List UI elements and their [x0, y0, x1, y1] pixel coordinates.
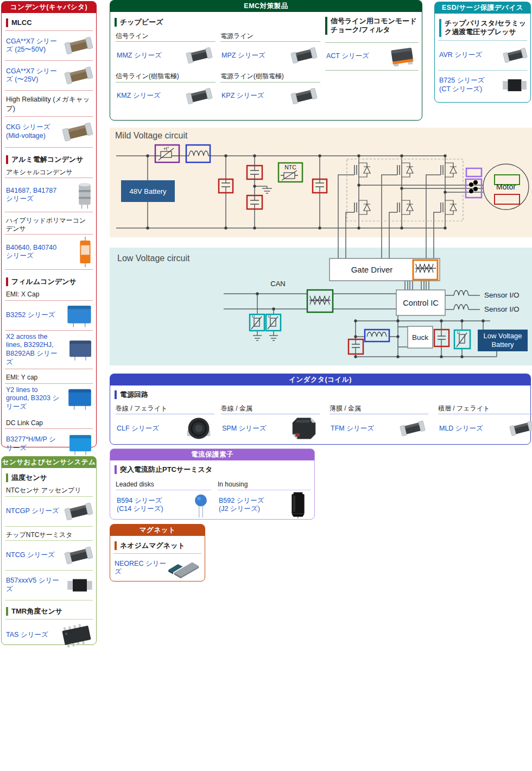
divider: [5, 269, 93, 270]
product-link[interactable]: KMZ シリーズ: [117, 92, 161, 100]
product-link[interactable]: MLD シリーズ: [439, 425, 483, 433]
product-mmz[interactable]: MMZ シリーズ: [116, 42, 216, 69]
product-y2-b3203[interactable]: Y2 lines to ground, B3203 シリーズ: [2, 385, 96, 413]
product-b41687[interactable]: B41687, B41787 シリーズ: [2, 179, 96, 211]
product-mpz[interactable]: MPZ シリーズ: [220, 42, 320, 69]
section-neodymium: ネオジムマグネット: [115, 541, 200, 550]
sensor-io-label: Sensor I/O: [484, 291, 520, 299]
low-voltage-battery-line1: Low Voltage: [484, 332, 522, 340]
mld-inductor-image: [509, 418, 532, 439]
low-voltage-battery-box[interactable]: Low Voltage Battery: [478, 330, 528, 351]
product-link[interactable]: X2 across the lines, B3292HJ, B8292AB シリ…: [6, 333, 62, 367]
product-link[interactable]: B594 シリーズ (C14 シリーズ): [117, 497, 176, 514]
tfm-inductor-image: [399, 418, 426, 439]
battery-48v-box[interactable]: 48V Battery: [121, 180, 175, 202]
motor-label: Motor: [496, 182, 516, 191]
bead-chip-image: [290, 44, 318, 67]
product-link[interactable]: MMZ シリーズ: [117, 52, 162, 60]
product-link[interactable]: KPZ シリーズ: [221, 92, 264, 100]
product-b57xxxv5[interactable]: B57xxxV5 シリーズ: [2, 572, 96, 599]
divider: [5, 496, 93, 497]
divider: [325, 70, 419, 71]
product-link[interactable]: NTCG シリーズ: [6, 551, 60, 560]
polymer-capacitor-image: [77, 237, 94, 267]
product-ckg[interactable]: CKG シリーズ (Mid-voltage): [2, 118, 96, 146]
product-neorec[interactable]: NEOREC シリーズ: [110, 555, 205, 581]
current-protection-panel: 電流保護素子 突入電流防止PTCサーミスタ Leaded disks B594 …: [110, 448, 315, 520]
product-link[interactable]: CGA**X7 シリーズ (25〜50V): [6, 37, 61, 54]
product-link[interactable]: B41687, B41787 シリーズ: [6, 187, 65, 204]
mlcc-chip-image: [64, 34, 94, 58]
tmr-ic-image: [59, 622, 94, 649]
product-act[interactable]: ACT シリーズ: [325, 43, 419, 70]
product-link[interactable]: B3252 シリーズ: [6, 311, 59, 320]
product-avr[interactable]: AVR シリーズ: [435, 42, 530, 69]
product-kpz[interactable]: KPZ シリーズ: [220, 83, 320, 110]
divider: [5, 300, 93, 301]
product-b592[interactable]: B592 シリーズ (J2 シリーズ): [218, 490, 311, 520]
product-clf[interactable]: CLF シリーズ: [116, 414, 214, 443]
product-link[interactable]: B57xxxV5 シリーズ: [6, 577, 60, 593]
product-link[interactable]: TFM シリーズ: [331, 425, 374, 433]
bead-chip-image: [185, 85, 213, 108]
ntc-chip-image: [64, 500, 94, 523]
product-cga-25v[interactable]: CGA**X7 シリーズ (〜25V): [2, 62, 96, 89]
product-link[interactable]: CKG シリーズ (Mid-voltage): [6, 123, 60, 140]
product-tfm[interactable]: TFM シリーズ: [330, 414, 428, 443]
label-wound-metal: 巻線 / 金属: [221, 405, 320, 412]
product-link[interactable]: AVR シリーズ: [439, 51, 491, 60]
product-link[interactable]: SPM シリーズ: [222, 425, 266, 433]
product-b725[interactable]: B725 シリーズ (CT シリーズ): [435, 72, 530, 99]
product-b40640[interactable]: B40640, B40740 シリーズ: [2, 236, 96, 268]
divider: [113, 553, 201, 554]
divider: [5, 30, 93, 31]
capacitor-panel: コンデンサ(キャパシタ) MLCC CGA**X7 シリーズ (25〜50V) …: [1, 1, 97, 447]
section-common-mode-choke: 信号ライン用コモンモードチョーク/フィルタ: [325, 17, 419, 35]
divider: [5, 178, 93, 178]
housing-thermistor-image: [287, 491, 309, 519]
product-cga-25-50v[interactable]: CGA**X7 シリーズ (25〜50V): [2, 32, 96, 59]
esd-panel-header: ESD/サージ保護デバイス: [435, 2, 530, 14]
label-ntc-assembly: NTCセンサ アッセンブリ: [6, 486, 92, 494]
product-spm[interactable]: SPM シリーズ: [221, 414, 320, 443]
film-capacitor-image: [67, 431, 94, 457]
divider: [5, 234, 93, 235]
product-b3277[interactable]: B3277*H/M/P シリーズ: [2, 430, 96, 458]
product-link[interactable]: MPZ シリーズ: [221, 52, 265, 60]
label-leaded-disks: Leaded disks: [116, 481, 211, 488]
magnet-panel-header: マグネット: [110, 524, 205, 536]
product-link[interactable]: CLF シリーズ: [117, 425, 159, 433]
divider: [5, 330, 93, 331]
film-capacitor-image: [66, 387, 94, 410]
can-label: CAN: [270, 280, 285, 288]
label-multilayer-ferrite: 積層 / フェライト: [438, 405, 532, 412]
section-tmr-sensor: TMR角度センサ: [6, 607, 92, 616]
product-link[interactable]: B592 シリーズ (J2 シリーズ): [219, 497, 275, 514]
product-tas[interactable]: TAS シリーズ: [2, 621, 96, 650]
product-b3252[interactable]: B3252 シリーズ: [2, 302, 96, 329]
product-link[interactable]: B725 シリーズ (CT シリーズ): [439, 77, 493, 93]
spm-inductor-image: [290, 416, 318, 441]
circuit-diagrams: +t° NTC Motor CAN Sensor I/O Sensor I/O …: [110, 128, 532, 369]
film-capacitor-image: [65, 304, 94, 327]
product-mld[interactable]: MLD シリーズ: [438, 414, 532, 443]
emc-panel: EMC対策製品 チップビーズ 信号ライン MMZ シリーズ 信号ライン(樹脂電極…: [110, 0, 422, 121]
product-x2-b3292[interactable]: X2 across the lines, B3292HJ, B8292AB シリ…: [2, 332, 96, 368]
product-link[interactable]: B40640, B40740 シリーズ: [6, 244, 65, 261]
product-link[interactable]: CGA**X7 シリーズ (〜25V): [6, 67, 61, 84]
product-link[interactable]: NTCGP シリーズ: [6, 507, 60, 516]
product-ntcg[interactable]: NTCG シリーズ: [2, 542, 96, 569]
product-b594[interactable]: B594 シリーズ (C14 シリーズ): [116, 490, 211, 520]
divider: [5, 147, 93, 148]
product-link[interactable]: B3277*H/M/P シリーズ: [6, 435, 60, 452]
product-kmz[interactable]: KMZ シリーズ: [116, 83, 216, 110]
product-link[interactable]: NEOREC シリーズ: [115, 560, 167, 577]
section-aluminum: アルミ電解コンデンサ: [6, 155, 92, 164]
product-ntcgp[interactable]: NTCGP シリーズ: [2, 498, 96, 525]
product-link[interactable]: Y2 lines to ground, B3203 シリーズ: [6, 386, 62, 412]
current-protection-header: 電流保護素子: [110, 449, 314, 460]
choke-image: [388, 45, 416, 68]
ntc-label: NTC: [284, 164, 296, 170]
product-link[interactable]: ACT シリーズ: [326, 52, 369, 61]
product-link[interactable]: TAS シリーズ: [6, 631, 56, 640]
